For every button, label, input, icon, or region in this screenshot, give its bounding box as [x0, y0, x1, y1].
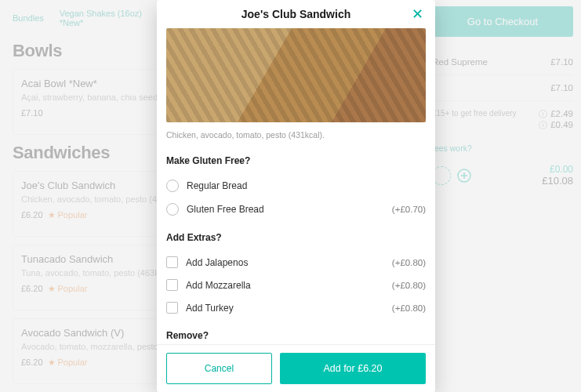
- modal-body[interactable]: Chicken, avocado, tomato, pesto (431kcal…: [157, 28, 435, 344]
- cancel-button[interactable]: Cancel: [166, 353, 272, 384]
- option-label: Add Mozzarella: [186, 280, 384, 291]
- close-icon[interactable]: ✕: [412, 6, 427, 22]
- option-price: (+£0.70): [392, 205, 426, 214]
- checkbox-icon: [166, 302, 178, 314]
- item-modal: Joe's Club Sandwich ✕ Chicken, avocado, …: [157, 0, 435, 392]
- option-price: (+£0.80): [392, 258, 426, 267]
- option-group-heading: Remove?: [166, 330, 426, 341]
- option-add-jalapenos[interactable]: Add Jalapenos (+£0.80): [166, 251, 426, 274]
- modal-title: Joe's Club Sandwich: [241, 8, 350, 20]
- option-group-heading: Add Extras?: [166, 232, 426, 243]
- radio-icon: [166, 180, 179, 192]
- checkbox-icon: [166, 279, 178, 291]
- item-hero-image: [166, 28, 426, 122]
- option-price: (+£0.80): [392, 281, 426, 290]
- option-regular-bread[interactable]: Regular Bread: [166, 174, 426, 198]
- modal-footer: Cancel Add for £6.20: [157, 344, 435, 392]
- checkbox-icon: [166, 256, 178, 268]
- modal-header: Joe's Club Sandwich ✕: [157, 0, 435, 28]
- radio-icon: [166, 203, 179, 216]
- option-label: Add Jalapenos: [186, 257, 384, 268]
- option-add-turkey[interactable]: Add Turkey (+£0.80): [166, 296, 426, 319]
- option-gluten-free-bread[interactable]: Gluten Free Bread (+£0.70): [166, 198, 426, 221]
- item-hero-desc: Chicken, avocado, tomato, pesto (431kcal…: [166, 122, 426, 152]
- option-label: Regular Bread: [187, 180, 418, 191]
- option-label: Add Turkey: [186, 303, 384, 314]
- option-add-mozzarella[interactable]: Add Mozzarella (+£0.80): [166, 274, 426, 296]
- option-label: Gluten Free Bread: [187, 204, 384, 215]
- option-price: (+£0.80): [392, 303, 426, 313]
- option-group-heading: Make Gluten Free?: [166, 155, 426, 166]
- add-to-cart-button[interactable]: Add for £6.20: [280, 353, 426, 384]
